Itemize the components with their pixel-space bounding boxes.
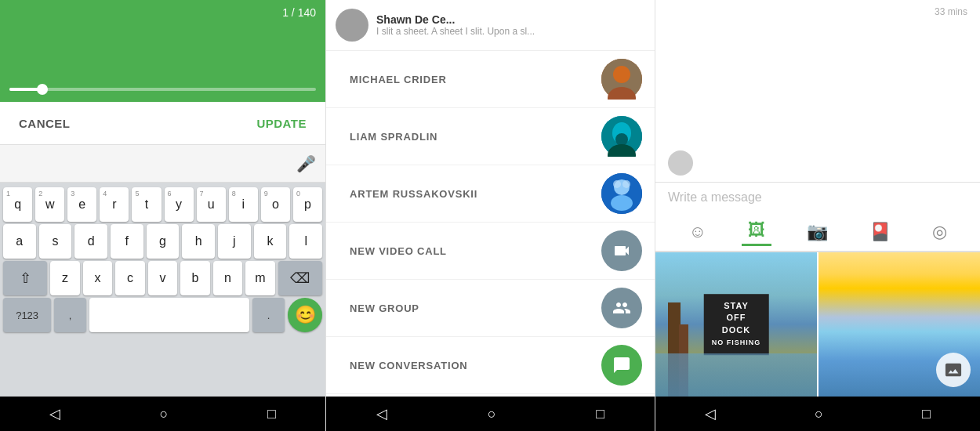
nav-back-icon[interactable]: ◁ <box>49 405 60 422</box>
camera-toolbar-icon[interactable]: 📷 <box>800 219 834 245</box>
location-toolbar-icon[interactable]: ◎ <box>926 219 953 245</box>
key-u[interactable]: 7u <box>197 187 226 222</box>
comma-key[interactable]: , <box>54 298 86 332</box>
msg-input-area[interactable]: Write a message <box>655 182 980 212</box>
progress-bar-bg <box>9 88 316 91</box>
mic-icon[interactable]: 🎤 <box>296 154 316 173</box>
new-video-call-item[interactable]: NEW VIDEO CALL <box>326 223 655 280</box>
contact-item-michael[interactable]: MICHAEL CRIDER <box>326 51 655 108</box>
key-row-2: a s d f g h j k l <box>3 224 322 259</box>
progress-bar-area <box>9 88 316 91</box>
messaging-panel: 33 mins Write a message ☺ 🖼 📷 🎴 ◎ STAYOF… <box>655 0 980 431</box>
media-grid: STAYOFFDOCKNO FISHING <box>655 252 980 397</box>
contacts-header: Shawn De Ce... I slit a sheet. A sheet I… <box>326 0 655 51</box>
msg-nav-recent-icon[interactable]: □ <box>922 406 931 422</box>
key-m[interactable]: m <box>245 261 275 295</box>
key-c[interactable]: c <box>115 261 145 295</box>
keyboard-header: 1 / 140 <box>0 0 325 102</box>
avatar-liam <box>601 116 642 157</box>
update-button[interactable]: UPDATE <box>256 117 307 130</box>
emoji-toolbar-icon[interactable]: ☺ <box>682 219 712 245</box>
contacts-bottom-nav: ◁ ○ □ <box>326 397 655 431</box>
key-s[interactable]: s <box>39 224 72 259</box>
keyboard-area: 1q 2w 3e 4r 5t 6y 7u 8i 9o 0p a s d f g … <box>0 183 325 397</box>
shift-key[interactable]: ⇧ <box>3 261 47 295</box>
sticker-toolbar-icon[interactable]: 🎴 <box>863 219 897 245</box>
new-conversation-button[interactable] <box>601 345 642 386</box>
svg-point-5 <box>615 133 628 146</box>
keyboard-bottom-nav: ◁ ○ □ <box>0 397 325 431</box>
key-b[interactable]: b <box>180 261 210 295</box>
delete-key[interactable]: ⌫ <box>278 261 322 295</box>
key-w[interactable]: 2w <box>35 187 64 222</box>
key-t[interactable]: 5t <box>132 187 161 222</box>
nav-home-icon[interactable]: ○ <box>160 406 169 422</box>
key-j[interactable]: j <box>218 224 251 259</box>
new-group-item[interactable]: NEW GROUP <box>326 280 655 337</box>
media-gallery-fab[interactable] <box>936 353 971 387</box>
avatar-artem <box>601 173 642 214</box>
new-video-call-button[interactable] <box>601 230 642 271</box>
avatar-michael <box>601 59 642 100</box>
new-conversation-item[interactable]: NEW CONVERSATION <box>326 337 655 394</box>
progress-dot <box>37 84 48 95</box>
cancel-button[interactable]: CANCEL <box>19 117 71 130</box>
nav-recent-icon[interactable]: □ <box>267 406 276 422</box>
contacts-nav-home-icon[interactable]: ○ <box>488 406 496 422</box>
key-l[interactable]: l <box>289 224 322 259</box>
media-item-1[interactable]: STAYOFFDOCKNO FISHING <box>655 252 817 397</box>
new-group-button[interactable] <box>601 288 642 328</box>
key-z[interactable]: z <box>50 261 80 295</box>
received-message-row <box>668 150 967 176</box>
contact-item-artem[interactable]: ARTEM RUSSAKOVSKII <box>326 165 655 223</box>
svg-point-10 <box>613 180 621 188</box>
contacts-panel: Shawn De Ce... I slit a sheet. A sheet I… <box>325 0 655 431</box>
contact-item-liam[interactable]: LIAM SPRADLIN <box>326 108 655 165</box>
key-k[interactable]: k <box>254 224 287 259</box>
preview-avatar <box>336 9 368 42</box>
key-a[interactable]: a <box>3 224 36 259</box>
keyboard-panel: 1 / 140 CANCEL UPDATE 🎤 1q 2w 3e 4r 5t 6… <box>0 0 325 431</box>
key-x[interactable]: x <box>83 261 113 295</box>
key-n[interactable]: n <box>213 261 243 295</box>
msg-header: 33 mins <box>655 0 980 31</box>
media-toolbar: ☺ 🖼 📷 🎴 ◎ <box>655 212 980 252</box>
key-g[interactable]: g <box>147 224 180 259</box>
contacts-nav-back-icon[interactable]: ◁ <box>376 405 387 422</box>
key-row-4: ?123 , . 😊 <box>3 298 322 332</box>
sender-avatar <box>668 150 693 176</box>
key-v[interactable]: v <box>148 261 178 295</box>
preview-name: Shawn De Ce... <box>376 13 535 26</box>
svg-point-9 <box>611 195 633 211</box>
preview-message: I slit a sheet. A sheet I slit. Upon a s… <box>376 26 535 37</box>
progress-bar-fill <box>9 88 40 91</box>
media-item-2[interactable] <box>818 252 980 397</box>
msg-bottom-nav: ◁ ○ □ <box>655 397 980 431</box>
msg-nav-home-icon[interactable]: ○ <box>815 406 823 422</box>
new-group-label: NEW GROUP <box>350 302 419 314</box>
new-conversation-label: NEW CONVERSATION <box>350 360 468 371</box>
key-d[interactable]: d <box>74 224 107 259</box>
numbers-key[interactable]: ?123 <box>3 298 51 332</box>
key-y[interactable]: 6y <box>165 187 194 222</box>
contact-name-artem: ARTEM RUSSAKOVSKII <box>350 188 477 200</box>
key-q[interactable]: 1q <box>3 187 32 222</box>
contacts-nav-recent-icon[interactable]: □ <box>596 406 604 422</box>
key-r[interactable]: 4r <box>100 187 129 222</box>
dock-sign: STAYOFFDOCKNO FISHING <box>704 294 769 355</box>
key-p[interactable]: 0p <box>293 187 322 222</box>
key-i[interactable]: 8i <box>229 187 258 222</box>
char-counter: 1 / 140 <box>282 6 316 19</box>
key-h[interactable]: h <box>182 224 215 259</box>
key-o[interactable]: 9o <box>261 187 290 222</box>
message-input[interactable]: Write a message <box>668 190 967 205</box>
msg-bubble-area <box>655 31 980 182</box>
key-f[interactable]: f <box>111 224 143 259</box>
emoji-key[interactable]: 😊 <box>288 298 322 332</box>
image-toolbar-icon[interactable]: 🖼 <box>742 217 771 246</box>
key-e[interactable]: 3e <box>67 187 96 222</box>
space-key[interactable] <box>89 298 249 332</box>
msg-nav-back-icon[interactable]: ◁ <box>705 405 716 422</box>
period-key[interactable]: . <box>252 298 285 332</box>
contact-name-liam: LIAM SPRADLIN <box>350 131 437 143</box>
